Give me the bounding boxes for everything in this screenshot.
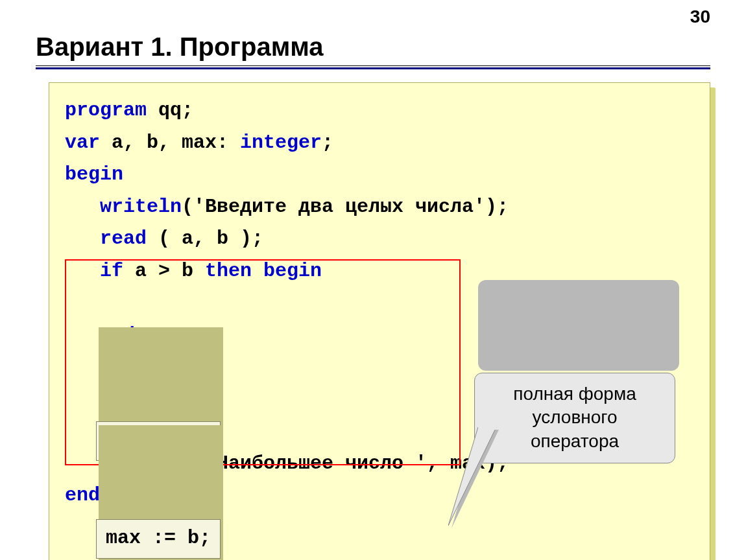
callout-tail-icon <box>448 360 565 560</box>
code-text: ( a, b ); <box>147 228 263 250</box>
slide: 30 Вариант 1. Программа program qq; var … <box>0 0 746 560</box>
code-block: program qq; var a, b, max: integer; begi… <box>49 82 710 560</box>
kw-integer: integer <box>240 132 322 154</box>
kw-read: read <box>65 228 147 250</box>
title-rule <box>36 65 710 69</box>
code-text: a > b <box>123 260 205 282</box>
svg-marker-1 <box>448 427 496 526</box>
code-text: a, b, max: <box>100 132 240 154</box>
svg-rect-2 <box>478 425 496 430</box>
chip-semi: ; <box>199 527 211 549</box>
kw-var: var <box>65 132 100 154</box>
slide-title: Вариант 1. Программа <box>36 32 710 62</box>
code-blank <box>65 292 77 314</box>
kw-if: if <box>65 260 123 282</box>
code-blank <box>65 388 77 410</box>
code-text: ; <box>322 132 333 154</box>
callout-bubble: полная форма условного оператора <box>474 276 675 559</box>
code-text: ('Введите два целых числа'); <box>182 196 509 218</box>
chip-text: max := b <box>106 527 199 549</box>
kw-program: program <box>65 99 147 121</box>
kw-writeln: writeln <box>65 196 182 218</box>
kw-then-begin: then begin <box>205 260 322 282</box>
kw-begin: begin <box>65 163 123 185</box>
kw-end-final: end <box>65 484 100 506</box>
chip-max-b: max := b; <box>96 423 221 560</box>
page-number: 30 <box>690 6 710 27</box>
code-text: qq; <box>147 99 193 121</box>
code-content: program qq; var a, b, max: integer; begi… <box>49 82 710 560</box>
